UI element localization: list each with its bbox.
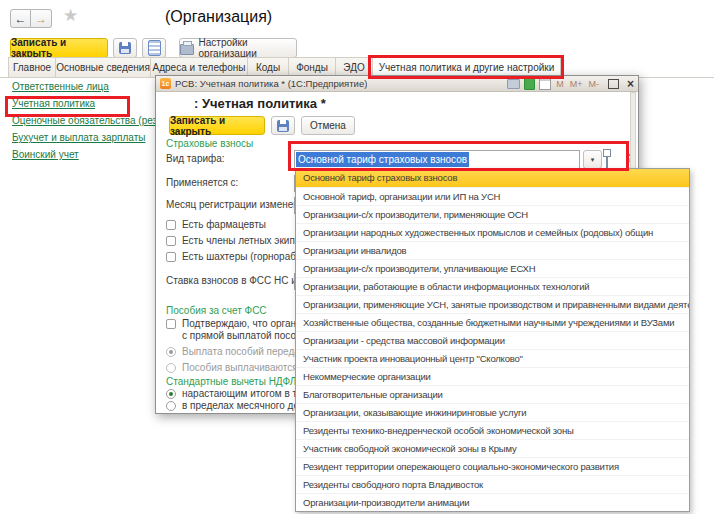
dialog-heading: : Учетная политика * bbox=[194, 96, 326, 111]
dropdown-item[interactable]: Резиденты свободного порта Владивосток bbox=[296, 475, 689, 493]
save-button[interactable] bbox=[113, 38, 137, 58]
checkbox bbox=[166, 319, 176, 329]
dialog-titlebar[interactable]: 1с РСВ: Учетная политика * (1С:Предприят… bbox=[156, 76, 638, 92]
dropdown-item[interactable]: Резиденты технико-внедренческой особой э… bbox=[296, 421, 689, 439]
memory-m-button[interactable]: М bbox=[556, 79, 564, 89]
org-settings-button[interactable]: Настройки организации bbox=[179, 38, 297, 58]
combobox-dropdown-button[interactable]: ▾ bbox=[583, 150, 602, 169]
checkbox-label-line2: с прямой выплатой пособий bbox=[182, 330, 313, 341]
tab-basic-info[interactable]: Основные сведения bbox=[56, 57, 151, 78]
dropdown-item[interactable]: Некоммерческие организации bbox=[296, 367, 689, 385]
checkbox-label: Есть фармацевты bbox=[182, 219, 266, 230]
checkbox bbox=[166, 220, 176, 230]
1c-logo-icon: 1с bbox=[160, 78, 171, 89]
dropdown-item[interactable]: Резидент территории опережающего социаль… bbox=[296, 457, 689, 475]
forward-arrow-icon: → bbox=[35, 12, 47, 26]
dropdown-item[interactable]: Организации-с/х производители, уплачиваю… bbox=[296, 259, 689, 277]
calculator-icon[interactable] bbox=[524, 77, 535, 90]
section-fss-benefits: Пособия за счет ФСС bbox=[166, 305, 267, 316]
floppy-save-icon bbox=[119, 42, 131, 54]
save-and-close-button[interactable]: Записать и закрыть bbox=[10, 38, 108, 58]
radio-button bbox=[166, 347, 176, 357]
tariff-type-value: Основной тариф страховых взносов bbox=[296, 152, 469, 167]
calendar-icon[interactable] bbox=[539, 77, 551, 90]
dropdown-item[interactable]: Организации-с/х производители, применяющ… bbox=[296, 205, 689, 223]
favorite-star-icon[interactable]: ★ bbox=[63, 5, 78, 26]
dropdown-item[interactable]: Хозяйственные общества, созданные бюджет… bbox=[296, 313, 689, 331]
maximize-icon[interactable] bbox=[608, 79, 619, 89]
dropdown-item[interactable]: Участник свободной экономической зоны в … bbox=[296, 439, 689, 457]
dropdown-item[interactable]: Благотворительные организации bbox=[296, 385, 689, 403]
dialog-cancel-button[interactable]: Отмена bbox=[301, 116, 355, 135]
dropdown-item[interactable]: Организации, оказывающие инжиниринговые … bbox=[296, 403, 689, 421]
dialog-save-button[interactable] bbox=[271, 116, 295, 135]
radio-button bbox=[166, 363, 176, 373]
tab-main[interactable]: Главное bbox=[8, 57, 56, 78]
list-icon bbox=[148, 40, 161, 56]
checkbox bbox=[166, 236, 176, 246]
tariff-type-label: Вид тарифа: bbox=[166, 153, 225, 164]
dialog-save-and-close-label: Записать и закрыть bbox=[170, 115, 264, 137]
checkbox bbox=[166, 252, 176, 262]
memory-mplus-button[interactable]: М+ bbox=[570, 79, 583, 89]
dropdown-item[interactable]: Организации - средства массовой информац… bbox=[296, 331, 689, 349]
dropdown-item[interactable]: Организации-производители анимации bbox=[296, 493, 689, 511]
memory-mminus-button[interactable]: М- bbox=[588, 79, 599, 89]
save-and-close-label: Записать и закрыть bbox=[11, 37, 107, 59]
radio-button bbox=[166, 389, 176, 399]
applies-from-label: Применяется с: bbox=[166, 177, 238, 188]
dropdown-item[interactable]: Основной тариф, организации или ИП на УС… bbox=[296, 187, 689, 205]
back-arrow-icon: ← bbox=[15, 12, 27, 26]
checkbox-row-pharmacists[interactable]: Есть фармацевты bbox=[166, 219, 266, 230]
section-insurance-contributions: Страховые взносы bbox=[166, 138, 253, 149]
tariff-type-combobox[interactable]: Основной тариф страховых взносов bbox=[294, 150, 580, 169]
dialog-title: РСВ: Учетная политика * (1С:Предприятие) bbox=[175, 78, 367, 89]
back-button[interactable]: ← bbox=[10, 9, 31, 28]
tariff-dropdown-list: Основной тариф страховых взносов Основно… bbox=[295, 168, 690, 512]
dropdown-item[interactable]: Организации народных художественных пром… bbox=[296, 223, 689, 241]
chevron-down-icon: ▾ bbox=[591, 156, 595, 164]
nav-button-group: ← → bbox=[10, 9, 52, 28]
floppy-save-icon bbox=[277, 120, 289, 132]
app-window: ← → ★ (Организация) Записать и закрыть Н… bbox=[0, 0, 714, 514]
dropdown-item[interactable]: Участник проекта инновационный центр "Ск… bbox=[296, 349, 689, 367]
close-icon[interactable]: × bbox=[627, 79, 634, 89]
forward-button[interactable]: → bbox=[31, 9, 52, 28]
dropdown-item[interactable]: Организации инвалидов bbox=[296, 241, 689, 259]
dropdown-item[interactable]: Организации, применяющие УСН, занятые пр… bbox=[296, 295, 689, 313]
dropdown-item[interactable]: Основной тариф страховых взносов bbox=[296, 169, 689, 187]
dialog-save-and-close-button[interactable]: Записать и закрыть bbox=[169, 116, 265, 135]
dialog-cancel-label: Отмена bbox=[310, 120, 346, 131]
registration-month-label: Месяц регистрации изменений: bbox=[166, 199, 313, 210]
radio-button bbox=[166, 401, 176, 411]
org-settings-label: Настройки организации bbox=[199, 37, 296, 59]
printer-icon bbox=[180, 44, 194, 55]
journal-button[interactable] bbox=[142, 38, 166, 58]
dropdown-item[interactable]: Организации, работающие в области информ… bbox=[296, 277, 689, 295]
print-icon[interactable] bbox=[507, 79, 520, 89]
page-title: (Организация) bbox=[165, 8, 272, 26]
